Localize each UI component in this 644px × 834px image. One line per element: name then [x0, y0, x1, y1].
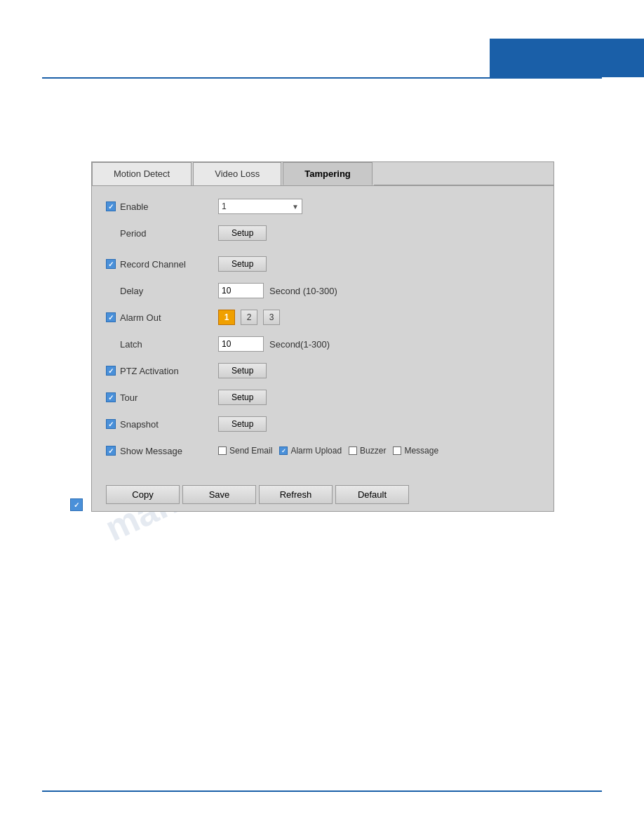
top-rule — [42, 77, 602, 79]
message-checkbox[interactable] — [393, 446, 401, 455]
show-message-label-col: Show Message — [106, 446, 218, 456]
ptz-control: Setup — [218, 363, 539, 378]
alarm-upload-option: Alarm Upload — [279, 446, 342, 456]
tab-motion-detect[interactable]: Motion Detect — [92, 162, 192, 185]
show-message-row: Show Message Send Email Alarm Upload Buz… — [106, 441, 539, 461]
tour-control: Setup — [218, 390, 539, 405]
record-channel-checkbox[interactable] — [106, 259, 116, 269]
latch-unit: Second(1-300) — [269, 339, 330, 350]
send-email-checkbox[interactable] — [218, 446, 227, 455]
enable-row: Enable 1 ▼ — [106, 197, 539, 216]
show-message-label: Show Message — [120, 446, 182, 456]
message-option: Message — [393, 446, 438, 456]
record-channel-control: Setup — [218, 256, 539, 272]
ptz-label-col: PTZ Activation — [106, 366, 218, 376]
alarm-btn-2[interactable]: 2 — [241, 310, 257, 325]
dropdown-arrow-icon: ▼ — [292, 203, 299, 211]
alarm-upload-checkbox[interactable] — [279, 446, 288, 455]
period-label: Period — [120, 228, 147, 239]
enable-label-col: Enable — [106, 201, 218, 212]
tab-video-loss[interactable]: Video Loss — [193, 162, 281, 185]
enable-checkbox[interactable] — [106, 201, 116, 211]
alarm-out-row: Alarm Out 1 2 3 — [106, 307, 539, 327]
delay-row: Delay Second (10-300) — [106, 281, 539, 300]
tour-setup-button[interactable]: Setup — [218, 390, 267, 405]
snapshot-label-col: Snapshot — [106, 419, 218, 430]
main-panel: Motion Detect Video Loss Tampering Enabl… — [91, 161, 554, 512]
enable-control: 1 ▼ — [218, 199, 539, 214]
ptz-label: PTZ Activation — [120, 366, 179, 376]
period-row: Period Setup — [106, 223, 539, 243]
message-label: Message — [404, 446, 438, 456]
latch-control: Second(1-300) — [218, 336, 539, 352]
delay-unit: Second (10-300) — [269, 286, 337, 296]
delay-label-col: Delay — [106, 286, 218, 296]
send-email-label: Send Email — [229, 446, 272, 456]
bottom-checkbox — [70, 498, 83, 511]
alarm-btn-3[interactable]: 3 — [263, 310, 280, 325]
record-channel-label-col: Record Channel — [106, 259, 218, 270]
tab-bar: Motion Detect Video Loss Tampering — [92, 162, 554, 186]
delay-input[interactable] — [218, 283, 264, 298]
latch-label-col: Latch — [106, 339, 218, 350]
copy-button[interactable]: Copy — [106, 485, 180, 504]
show-message-options: Send Email Alarm Upload Buzzer Message — [218, 446, 438, 456]
latch-input[interactable] — [218, 336, 264, 352]
send-email-option: Send Email — [218, 446, 272, 456]
enable-dropdown[interactable]: 1 ▼ — [218, 199, 302, 214]
snapshot-label: Snapshot — [120, 419, 159, 430]
alarm-upload-label: Alarm Upload — [290, 446, 342, 456]
period-control: Setup — [218, 225, 539, 241]
record-channel-setup-button[interactable]: Setup — [218, 256, 267, 272]
tour-row: Tour Setup — [106, 388, 539, 407]
show-message-control: Send Email Alarm Upload Buzzer Message — [218, 446, 539, 456]
snapshot-setup-button[interactable]: Setup — [218, 416, 267, 432]
record-channel-label: Record Channel — [120, 259, 186, 270]
snapshot-control: Setup — [218, 416, 539, 432]
period-setup-button[interactable]: Setup — [218, 225, 267, 241]
alarm-out-checkbox[interactable] — [106, 312, 116, 322]
tab-tampering[interactable]: Tampering — [283, 162, 373, 185]
latch-label: Latch — [120, 339, 142, 350]
ptz-checkbox[interactable] — [106, 366, 116, 376]
snapshot-row: Snapshot Setup — [106, 414, 539, 434]
delay-control: Second (10-300) — [218, 283, 539, 298]
button-bar: Copy Save Refresh Default — [92, 478, 554, 511]
enable-dropdown-value: 1 — [222, 201, 227, 211]
record-channel-row: Record Channel Setup — [106, 254, 539, 274]
latch-row: Latch Second(1-300) — [106, 334, 539, 354]
period-label-col: Period — [106, 228, 218, 239]
tour-label: Tour — [120, 392, 137, 403]
buzzer-checkbox[interactable] — [349, 446, 357, 455]
refresh-button[interactable]: Refresh — [259, 485, 333, 504]
ptz-setup-button[interactable]: Setup — [218, 363, 267, 378]
buzzer-label: Buzzer — [360, 446, 386, 456]
ptz-row: PTZ Activation Setup — [106, 361, 539, 380]
enable-label: Enable — [120, 201, 148, 212]
alarm-out-control: 1 2 3 — [218, 310, 539, 325]
tour-checkbox[interactable] — [106, 392, 116, 402]
bottom-rule — [42, 790, 602, 792]
tour-label-col: Tour — [106, 392, 218, 403]
alarm-out-label: Alarm Out — [120, 312, 161, 323]
show-message-checkbox[interactable] — [106, 446, 116, 456]
delay-label: Delay — [120, 286, 143, 296]
bottom-section — [70, 498, 83, 511]
panel-content: Enable 1 ▼ Period Setup — [92, 186, 554, 478]
default-button[interactable]: Default — [335, 485, 409, 504]
top-bar — [490, 39, 644, 77]
buzzer-option: Buzzer — [349, 446, 386, 456]
alarm-btn-1[interactable]: 1 — [218, 310, 235, 325]
alarm-out-label-col: Alarm Out — [106, 312, 218, 323]
snapshot-checkbox[interactable] — [106, 419, 116, 429]
save-button[interactable]: Save — [182, 485, 256, 504]
